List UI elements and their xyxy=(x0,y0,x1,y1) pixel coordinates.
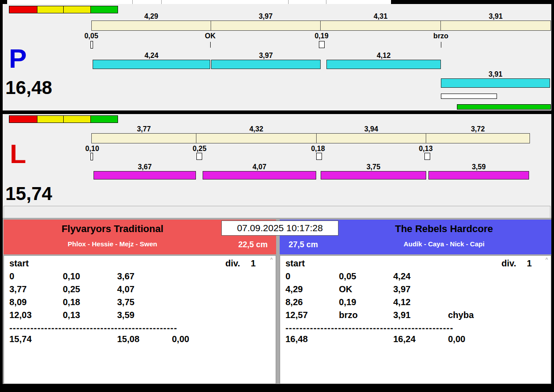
results-section: Flyvaryors Traditional Phlox - Hessie - … xyxy=(0,0,554,392)
separator-dashes: ----------------------------------------… xyxy=(9,323,177,333)
div-label: div. xyxy=(501,258,516,269)
team-left-results-panel: start div. 1 0 0,10 3,67 3,77 0,25 4,07 xyxy=(4,255,276,384)
cell-exchange: 0,19 xyxy=(339,297,356,307)
table-row: 0 0,05 4,24 xyxy=(280,271,543,284)
cell-note: chyba xyxy=(448,310,474,320)
cell-start-time: 0 xyxy=(9,271,14,282)
table-header-row: start div. 1 xyxy=(280,258,543,271)
table-row: 12,03 0,13 3,59 xyxy=(4,310,268,323)
scrollbar-up-button[interactable]: ^ xyxy=(268,257,275,264)
cell-run-time: 4,12 xyxy=(393,297,411,307)
total-clean-time: 15,08 xyxy=(117,334,139,344)
table-separator: ----------------------------------------… xyxy=(280,323,543,334)
cell-run-time: 4,24 xyxy=(393,271,411,282)
cell-start-time: 4,29 xyxy=(285,284,303,294)
results-table: start div. 1 0 0,05 4,24 4,29 OK 3,97 xyxy=(280,258,543,347)
team-name: Flyvaryors Traditional xyxy=(4,223,221,235)
cell-run-time: 3,59 xyxy=(117,310,134,320)
cell-exchange: 0,25 xyxy=(63,284,80,294)
datetime-display: 07.09.2025 10:17:28 xyxy=(221,220,338,236)
cell-exchange: brzo xyxy=(339,310,358,320)
cell-run-time: 3,67 xyxy=(117,271,134,282)
start-label: start xyxy=(9,258,29,269)
total-time: 15,74 xyxy=(9,334,32,344)
cell-run-time: 4,07 xyxy=(117,284,134,294)
div-value: 1 xyxy=(251,258,256,269)
cell-exchange: 0,10 xyxy=(63,271,80,282)
table-row: 3,77 0,25 4,07 xyxy=(4,284,268,297)
table-row: 8,09 0,18 3,75 xyxy=(4,297,268,310)
separator-dashes: ----------------------------------------… xyxy=(285,323,453,333)
scrollbar-up-button[interactable]: ^ xyxy=(543,257,550,264)
table-row: 12,57 brzo 3,91 chyba xyxy=(280,310,543,323)
div-label: div. xyxy=(225,258,240,269)
start-label: start xyxy=(285,258,305,269)
table-total-row: 16,48 16,24 0,00 xyxy=(280,334,543,347)
cell-start-time: 8,26 xyxy=(285,297,303,307)
cell-exchange: 0,13 xyxy=(63,310,80,320)
table-header-row: start div. 1 xyxy=(4,258,268,271)
total-penalty: 0,00 xyxy=(172,334,189,344)
team-members: Audík - Caya - Nick - Capi xyxy=(338,240,550,248)
cell-exchange: 0,05 xyxy=(339,271,356,282)
total-penalty: 0,00 xyxy=(448,334,465,344)
total-clean-time: 16,24 xyxy=(393,334,416,344)
cell-start-time: 0 xyxy=(285,271,290,282)
div-value: 1 xyxy=(527,258,532,269)
cell-start-time: 8,09 xyxy=(9,297,27,307)
table-row: 0 0,10 3,67 xyxy=(4,271,268,284)
team-name: The Rebels Hardcore xyxy=(338,223,550,235)
team-right-results-panel: start div. 1 0 0,05 4,24 4,29 OK 3,97 xyxy=(280,255,551,384)
cell-start-time: 12,03 xyxy=(9,310,32,320)
table-row: 4,29 OK 3,97 xyxy=(280,284,543,297)
jump-height: 22,5 cm xyxy=(230,240,276,249)
cell-run-time: 3,91 xyxy=(393,310,411,320)
cell-exchange: OK xyxy=(339,284,352,294)
app-window: 4,29 3,97 4,31 3,91 0,05 OK 0,19 brzo 4,… xyxy=(0,0,554,392)
table-separator: ----------------------------------------… xyxy=(4,323,268,334)
table-row: 8,26 0,19 4,12 xyxy=(280,297,543,310)
total-time: 16,48 xyxy=(285,334,308,344)
cell-run-time: 3,75 xyxy=(117,297,134,307)
cell-run-time: 3,97 xyxy=(393,284,411,294)
results-table: start div. 1 0 0,10 3,67 3,77 0,25 4,07 xyxy=(4,258,268,347)
team-members: Phlox - Hessie - Mejz - Swen xyxy=(4,240,221,248)
cell-exchange: 0,18 xyxy=(63,297,80,307)
cell-start-time: 12,57 xyxy=(285,310,308,320)
jump-height: 27,5 cm xyxy=(289,240,318,249)
table-total-row: 15,74 15,08 0,00 xyxy=(4,334,268,347)
cell-start-time: 3,77 xyxy=(9,284,27,294)
